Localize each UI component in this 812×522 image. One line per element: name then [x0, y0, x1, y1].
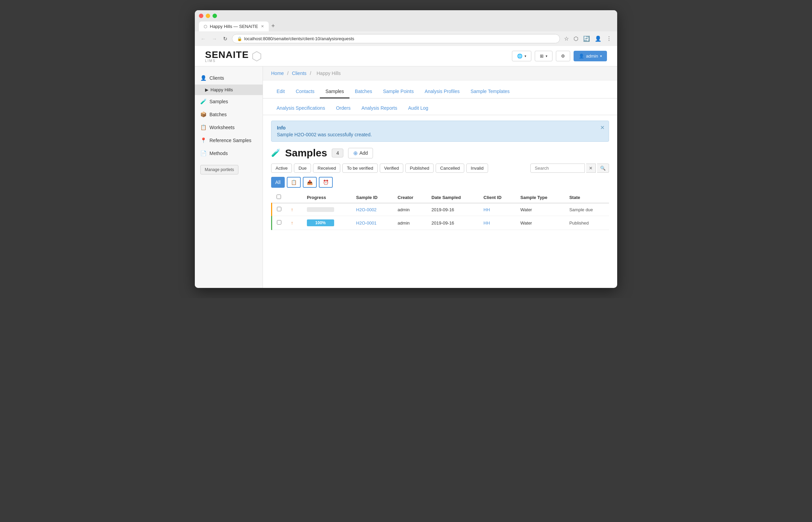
forward-button[interactable]: →	[210, 35, 219, 42]
search-go-button[interactable]: 🔍	[597, 164, 609, 173]
window-minimize-btn[interactable]	[206, 14, 210, 18]
sidebar-item-methods[interactable]: 📄 Methods	[195, 147, 263, 160]
app-header: SENAITE LIMS ⬡ 🌐 ▾ ⊞ ▾ ⚙ 👤 admin ▾	[195, 46, 617, 66]
sidebar-item-reference-samples[interactable]: 📍 Reference Samples	[195, 134, 263, 147]
add-sample-button[interactable]: ⊕ Add	[348, 148, 373, 158]
th-sample-id[interactable]: Sample ID	[352, 192, 393, 203]
settings-button[interactable]: ⚙	[556, 51, 570, 61]
window-maximize-btn[interactable]	[213, 14, 217, 18]
th-sample-type[interactable]: Sample Type	[516, 192, 565, 203]
tab-analysis-profiles[interactable]: Analysis Profiles	[419, 85, 465, 98]
samples-table: Progress Sample ID Creator Date Sampled …	[271, 192, 609, 230]
manage-portlets-button[interactable]: Manage portlets	[200, 165, 238, 174]
tab-analysis-reports[interactable]: Analysis Reports	[356, 102, 403, 115]
row-checkbox[interactable]	[277, 220, 281, 225]
sample-id-link[interactable]: H2O-0001	[356, 220, 377, 226]
action-assign-button[interactable]: 📋	[287, 177, 301, 188]
search-clear-button[interactable]: ✕	[586, 164, 596, 173]
sidebar-batches-label: Batches	[209, 112, 227, 117]
filter-due[interactable]: Due	[294, 164, 311, 173]
tab-batches[interactable]: Batches	[349, 85, 378, 98]
address-bar[interactable]: 🔒 localhost:8080/senaite/clients/client-…	[232, 34, 560, 43]
sidebar-item-samples[interactable]: 🧪 Samples	[195, 95, 263, 108]
select-all-checkbox[interactable]	[277, 195, 281, 199]
sidebar-item-clients[interactable]: 👤 Clients	[195, 72, 263, 85]
th-state[interactable]: State	[564, 192, 609, 203]
table-header-row: Progress Sample ID Creator Date Sampled …	[272, 192, 609, 203]
back-button[interactable]: ←	[199, 35, 207, 42]
tab-analysis-specifications[interactable]: Analysis Specifications	[271, 102, 330, 115]
action-all-button[interactable]: All	[271, 177, 285, 188]
filter-active[interactable]: Active	[271, 164, 292, 173]
progress-bar-background	[307, 207, 334, 212]
th-client-id[interactable]: Client ID	[479, 192, 516, 203]
breadcrumb-home[interactable]: Home	[271, 71, 284, 76]
sidebar-item-worksheets[interactable]: 📋 Worksheets	[195, 121, 263, 134]
row-progress-cell: 100%	[302, 216, 352, 230]
breadcrumb-clients[interactable]: Clients	[292, 71, 307, 76]
admin-caret-icon: ▾	[600, 54, 602, 58]
table-wrapper: Progress Sample ID Creator Date Sampled …	[263, 192, 617, 233]
search-area: ✕ 🔍	[530, 164, 609, 173]
sidebar-item-happy-hills[interactable]: ▶ Happy Hills	[195, 85, 263, 95]
globe-button[interactable]: 🌐 ▾	[512, 51, 531, 61]
row-creator-cell: admin	[393, 216, 426, 230]
extension1-button[interactable]: ⬡	[572, 35, 580, 43]
th-progress[interactable]: Progress	[302, 192, 352, 203]
action-unassign-button[interactable]: 📤	[303, 177, 317, 188]
menu-button[interactable]: ⋮	[605, 35, 613, 43]
row-creator: admin	[397, 207, 409, 212]
tab-audit-log[interactable]: Audit Log	[403, 102, 434, 115]
filter-cancelled[interactable]: Cancelled	[436, 164, 464, 173]
admin-button[interactable]: 👤 admin ▾	[574, 51, 607, 61]
tab-sample-templates[interactable]: Sample Templates	[465, 85, 515, 98]
filter-bar: Active Due Received To be verified Verif…	[263, 164, 617, 173]
row-state-cell: Sample due	[564, 203, 609, 216]
tab-samples[interactable]: Samples	[320, 85, 349, 98]
filter-invalid[interactable]: Invalid	[466, 164, 488, 173]
tab-edit[interactable]: Edit	[271, 85, 290, 98]
filter-verified[interactable]: Verified	[380, 164, 403, 173]
sidebar-item-batches[interactable]: 📦 Batches	[195, 108, 263, 121]
action-schedule-button[interactable]: ⏰	[319, 177, 333, 188]
table-row: ↑ 100% H2O-0001 admin	[272, 216, 609, 230]
filter-to-be-verified[interactable]: To be verified	[342, 164, 377, 173]
methods-icon: 📄	[200, 150, 207, 156]
th-date-sampled[interactable]: Date Sampled	[427, 192, 479, 203]
profile-button[interactable]: 👤	[593, 35, 603, 43]
tab-close-icon[interactable]: ✕	[261, 24, 264, 29]
grid-button[interactable]: ⊞ ▾	[535, 51, 552, 61]
breadcrumb: Home / Clients / Happy Hills	[263, 66, 617, 80]
row-sample-type-cell: Water	[516, 216, 565, 230]
user-icon: 👤	[579, 53, 584, 59]
action-bar: All 📋 📤 ⏰	[263, 177, 617, 188]
main-content: Home / Clients / Happy Hills Edit Contac…	[263, 66, 617, 288]
tab-sample-points[interactable]: Sample Points	[377, 85, 419, 98]
tab-contacts[interactable]: Contacts	[290, 85, 320, 98]
sidebar-methods-label: Methods	[209, 151, 228, 156]
bookmark-button[interactable]: ☆	[563, 35, 570, 43]
row-checkbox[interactable]	[277, 207, 281, 211]
sidebar-happy-hills-label: Happy Hills	[210, 87, 233, 92]
row-sample-id-cell: H2O-0001	[352, 216, 393, 230]
reload-button[interactable]: ↻	[221, 35, 229, 43]
row-client-id-cell: HH	[479, 216, 516, 230]
client-id-link[interactable]: HH	[484, 220, 490, 226]
row-date: 2019-09-16	[432, 207, 454, 212]
browser-tab[interactable]: ⬡ Happy Hills — SENAITE ✕	[199, 21, 269, 31]
info-close-button[interactable]: ✕	[600, 124, 605, 131]
samples-header: 🧪 Samples 4 ⊕ Add	[263, 147, 617, 159]
tab-orders[interactable]: Orders	[330, 102, 356, 115]
extension2-button[interactable]: 🔄	[582, 35, 591, 43]
sample-id-link[interactable]: H2O-0002	[356, 207, 377, 212]
samples-icon: 🧪	[200, 98, 207, 105]
window-close-btn[interactable]	[199, 14, 203, 18]
client-id-link[interactable]: HH	[484, 207, 490, 212]
filter-received[interactable]: Received	[313, 164, 340, 173]
row-sort-cell: ↑	[286, 203, 302, 216]
gear-icon: ⚙	[561, 53, 565, 59]
search-input[interactable]	[530, 164, 585, 173]
new-tab-button[interactable]: +	[269, 21, 278, 31]
filter-published[interactable]: Published	[405, 164, 434, 173]
th-creator[interactable]: Creator	[393, 192, 426, 203]
